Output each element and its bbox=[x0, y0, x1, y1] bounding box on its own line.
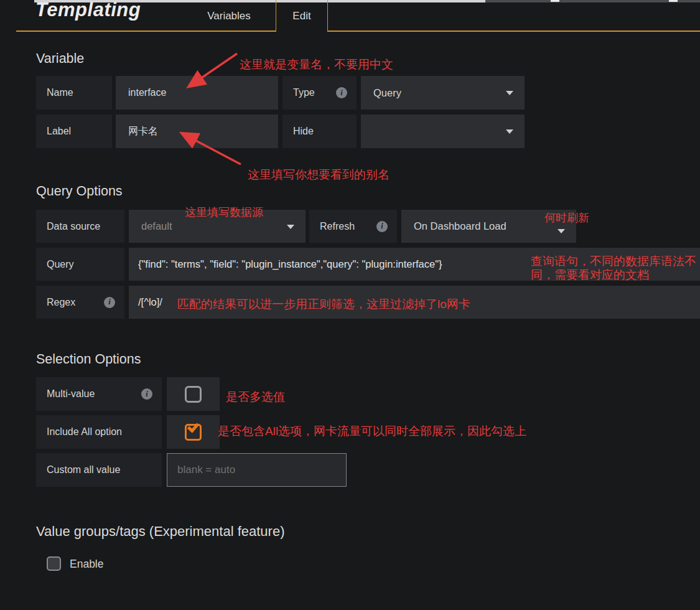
label-field-label: Label bbox=[36, 115, 112, 148]
include-all-checkbox-cell bbox=[167, 415, 220, 449]
tab-variables[interactable]: Variables bbox=[187, 0, 271, 32]
chevron-down-icon bbox=[506, 129, 513, 134]
templating-settings-page: Templating Variables Edit Variable Name … bbox=[0, 0, 700, 610]
label-annotation: 这里填写你想要看到的别名 bbox=[248, 167, 390, 183]
datasource-select-value: default bbox=[141, 220, 172, 232]
datasource-label-text: Data source bbox=[47, 221, 100, 232]
tab-variables-label: Variables bbox=[207, 10, 251, 22]
tab-edit[interactable]: Edit bbox=[276, 0, 328, 32]
multi-value-annotation: 是否多选值 bbox=[226, 389, 285, 405]
datasource-field-label: Data source bbox=[36, 210, 124, 243]
include-all-label-text: Include All option bbox=[47, 426, 122, 438]
multi-value-label-text: Multi-value bbox=[47, 388, 95, 400]
info-icon[interactable]: i bbox=[141, 388, 152, 400]
query-annotation: 查询语句，不同的数据库语法不同，需要看对应的文档 bbox=[531, 255, 700, 282]
custom-all-value-label-text: Custom all value bbox=[47, 464, 120, 476]
name-input[interactable] bbox=[116, 76, 278, 110]
custom-all-value-input[interactable] bbox=[167, 453, 347, 487]
name-label-text: Name bbox=[47, 87, 73, 98]
top-edge-artifact bbox=[551, 0, 559, 2]
refresh-select-value: On Dashboard Load bbox=[414, 220, 506, 232]
chevron-down-icon bbox=[287, 225, 294, 229]
info-icon[interactable]: i bbox=[104, 297, 115, 308]
chevron-down-icon bbox=[558, 229, 565, 233]
hide-select[interactable] bbox=[361, 115, 525, 148]
regex-annotation: 匹配的结果可以进一步用正则筛选，这里过滤掉了lo网卡 bbox=[177, 296, 470, 312]
info-icon[interactable]: i bbox=[376, 221, 388, 232]
info-icon[interactable]: i bbox=[336, 87, 347, 98]
query-input-value: {"find": "terms", "field": "plugin_insta… bbox=[138, 258, 442, 270]
regex-field-label: Regex i bbox=[36, 286, 124, 319]
include-all-annotation: 是否包含All选项，网卡流量可以同时全部展示，因此勾选上 bbox=[218, 423, 526, 439]
label-input[interactable] bbox=[116, 115, 278, 148]
tab-edit-label: Edit bbox=[292, 10, 310, 22]
type-label-text: Type bbox=[293, 87, 315, 98]
name-field-label: Name bbox=[36, 76, 112, 110]
regex-input-value: /[^lo]/ bbox=[138, 296, 162, 308]
query-field-label: Query bbox=[36, 248, 124, 281]
include-all-field-label: Include All option bbox=[36, 415, 162, 449]
enable-label: Enable bbox=[70, 558, 104, 571]
hide-label-text: Hide bbox=[293, 126, 314, 137]
tab-underline bbox=[16, 30, 276, 32]
label-label-text: Label bbox=[47, 126, 71, 137]
selection-options-heading: Selection Options bbox=[36, 352, 141, 367]
variable-section-heading: Variable bbox=[36, 51, 84, 67]
refresh-annotation: 何时刷新 bbox=[544, 210, 589, 225]
value-groups-heading: Value groups/tags (Experimental feature) bbox=[36, 523, 284, 540]
top-edge-artifact bbox=[485, 0, 700, 2]
enable-checkbox[interactable] bbox=[47, 556, 61, 571]
refresh-label-text: Refresh bbox=[320, 221, 355, 232]
multi-value-checkbox[interactable] bbox=[185, 386, 202, 403]
hide-field-label: Hide bbox=[282, 115, 357, 148]
chevron-down-icon bbox=[506, 91, 513, 95]
include-all-checkbox[interactable] bbox=[185, 424, 202, 441]
type-field-label: Type i bbox=[282, 76, 357, 110]
regex-label-text: Regex bbox=[47, 297, 75, 308]
multi-value-field-label: Multi-value i bbox=[36, 377, 162, 411]
refresh-field-label: Refresh i bbox=[309, 210, 397, 243]
page-title: Templating bbox=[35, 0, 141, 21]
multi-value-checkbox-cell bbox=[167, 377, 220, 411]
name-annotation: 这里就是变量名，不要用中文 bbox=[240, 57, 393, 73]
top-edge-artifact bbox=[669, 0, 678, 2]
type-select-value: Query bbox=[373, 87, 401, 99]
custom-all-value-field-label: Custom all value bbox=[36, 453, 162, 487]
tab-underline bbox=[328, 30, 700, 32]
type-select[interactable]: Query bbox=[361, 76, 525, 110]
datasource-annotation: 这里填写数据源 bbox=[185, 205, 263, 220]
query-options-heading: Query Options bbox=[36, 184, 123, 199]
query-label-text: Query bbox=[47, 259, 74, 270]
